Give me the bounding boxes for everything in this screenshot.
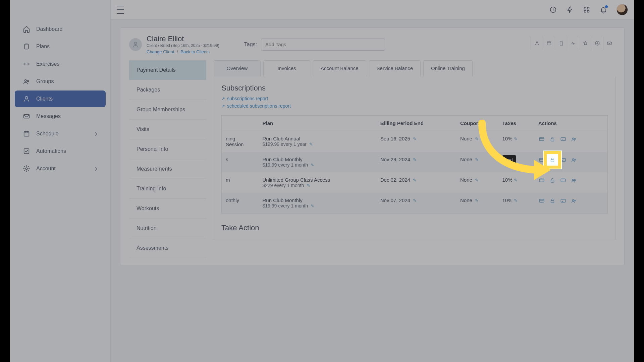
tab-packages[interactable]: Packages [129, 80, 206, 100]
group-icon[interactable] [571, 157, 577, 163]
edit-plan-icon[interactable]: ✎ [311, 203, 314, 208]
row-left-fragment: ning Session [222, 131, 259, 152]
svg-rect-20 [561, 137, 566, 140]
sidebar: Dashboard Plans Exercises Groups Clients [10, 0, 111, 362]
edit-coupon-icon[interactable]: ✎ [475, 136, 479, 141]
subtab-overview[interactable]: Overview [214, 60, 261, 76]
tags-input[interactable] [261, 39, 385, 51]
edit-coupon-icon[interactable]: ✎ [475, 198, 479, 203]
sidebar-item-label: Groups [36, 78, 54, 84]
tab-training-info[interactable]: Training Info [129, 179, 206, 199]
take-action-heading: Take Action [221, 224, 608, 232]
edit-bpe-icon[interactable]: ✎ [413, 178, 417, 183]
row-left-fragment: m [222, 172, 259, 193]
payment-subtabs: Overview Invoices Account Balance Servic… [214, 60, 615, 76]
edit-tax-icon[interactable]: ✎ [514, 198, 518, 203]
tab-workouts[interactable]: Workouts [129, 199, 206, 219]
tab-nutrition[interactable]: Nutrition [129, 219, 206, 238]
card-icon[interactable] [560, 177, 567, 184]
client-header: Claire Elliot Client / Billed (Sep 16th,… [129, 35, 615, 54]
group-icon[interactable] [571, 197, 577, 204]
edit-bpe-icon[interactable]: ✎ [413, 157, 417, 162]
group-icon[interactable] [571, 177, 577, 184]
chevron-right-icon: ❯ [94, 166, 98, 171]
subtab-invoices[interactable]: Invoices [263, 60, 310, 76]
billing-period-end: Nov 07, 2024 [380, 197, 410, 203]
tab-visits[interactable]: Visits [129, 120, 206, 139]
edit-plan-icon[interactable]: ✎ [311, 163, 314, 168]
subscriptions-report-link[interactable]: subscriptions report [227, 96, 268, 101]
tab-personal-info[interactable]: Personal Info [129, 139, 206, 159]
sidebar-item-exercises[interactable]: Exercises [15, 56, 106, 72]
edit-plan-icon[interactable]: ✎ [309, 142, 313, 147]
tab-payment-details[interactable]: Payment Details [129, 60, 206, 80]
svg-point-7 [25, 168, 28, 170]
sidebar-item-label: Account [36, 166, 56, 172]
heart-action-icon[interactable] [567, 37, 579, 50]
client-card: Claire Elliot Client / Billed (Sep 16th,… [120, 27, 625, 265]
plus-action-icon[interactable] [591, 37, 603, 50]
tab-group-memberships[interactable]: Group Memberships [129, 100, 206, 120]
svg-rect-9 [584, 7, 586, 9]
change-client-link[interactable]: Change Client [147, 49, 174, 54]
sidebar-item-label: Clients [36, 96, 53, 102]
sidebar-item-messages[interactable]: Messages [15, 108, 106, 125]
sidebar-item-clients[interactable]: Clients [15, 90, 106, 107]
table-row: m Unlimited Group Class Access $229 ever… [222, 172, 608, 193]
edit-bpe-icon[interactable]: ✎ [413, 136, 417, 141]
subtab-online-training[interactable]: Online Training [423, 60, 473, 76]
edit-coupon-icon[interactable]: ✎ [475, 178, 479, 183]
sidebar-item-dashboard[interactable]: Dashboard [15, 21, 106, 38]
edit-plan-icon[interactable]: ✎ [307, 183, 310, 188]
sidebar-item-automations[interactable]: Automations [15, 143, 106, 160]
clock-icon[interactable] [549, 6, 557, 13]
bolt-icon[interactable] [566, 6, 574, 13]
tab-assessments[interactable]: Assessments [129, 238, 206, 258]
back-to-clients-link[interactable]: Back to Clients [180, 49, 210, 54]
document-action-icon[interactable] [555, 37, 567, 50]
svg-point-3 [25, 97, 28, 99]
mail-action-icon[interactable] [603, 37, 615, 50]
star-action-icon[interactable] [579, 37, 591, 50]
user-icon [23, 95, 30, 103]
calendar-action-icon[interactable] [543, 37, 555, 50]
sidebar-item-groups[interactable]: Groups [15, 73, 106, 90]
edit-coupon-icon[interactable]: ✎ [475, 157, 479, 162]
credit-card-icon[interactable] [538, 177, 545, 184]
tab-measurements[interactable]: Measurements [129, 159, 206, 179]
subtab-account-balance[interactable]: Account Balance [313, 60, 366, 76]
unlock-icon[interactable] [549, 157, 556, 163]
user-avatar[interactable] [616, 4, 628, 15]
sidebar-item-schedule[interactable]: Schedule ❯ [15, 125, 106, 142]
credit-card-icon[interactable] [538, 136, 545, 142]
card-icon[interactable] [560, 157, 567, 163]
group-icon[interactable] [571, 136, 577, 142]
credit-card-icon[interactable] [538, 197, 545, 204]
chevron-right-icon: ❯ [94, 131, 98, 136]
client-header-actions [531, 37, 615, 50]
envelope-icon [23, 113, 30, 120]
bell-icon[interactable] [600, 6, 607, 13]
subtab-service-balance[interactable]: Service Balance [369, 60, 421, 76]
tax-value: 10% [502, 136, 513, 141]
svg-rect-18 [539, 137, 544, 140]
client-left-tabs: Payment Details Packages Group Membershi… [129, 60, 206, 258]
unlock-icon[interactable] [549, 177, 556, 184]
sidebar-item-plans[interactable]: Plans [15, 38, 106, 55]
user-action-icon[interactable] [531, 37, 543, 50]
external-link-icon: ↗ [221, 96, 225, 101]
svg-rect-11 [584, 10, 586, 12]
edit-bpe-icon[interactable]: ✎ [413, 198, 417, 203]
edit-tax-icon[interactable]: ✎ [514, 136, 518, 141]
card-icon[interactable] [560, 197, 567, 204]
card-icon[interactable] [560, 136, 567, 142]
unlock-icon[interactable] [549, 197, 556, 204]
unlock-icon[interactable] [549, 136, 556, 142]
grid-icon[interactable] [583, 6, 590, 13]
credit-card-icon[interactable] [538, 157, 545, 163]
sidebar-item-account[interactable]: Account ❯ [15, 160, 106, 177]
menu-toggle-icon[interactable] [117, 6, 125, 14]
edit-tax-icon[interactable]: ✎ [514, 178, 518, 183]
scheduled-subscriptions-report-link[interactable]: scheduled subscriptions report [227, 103, 291, 109]
svg-rect-12 [587, 10, 589, 12]
